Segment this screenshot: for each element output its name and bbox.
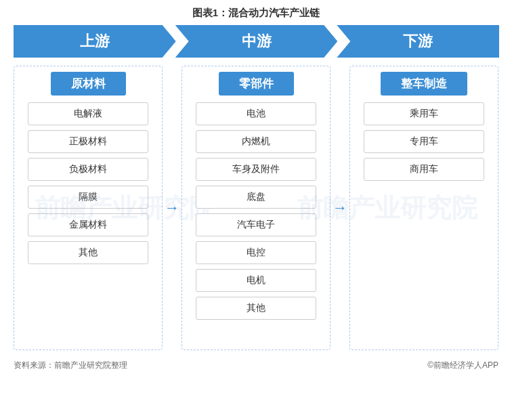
midstream-item-5: 电控 xyxy=(196,241,316,264)
banner-downstream: 下游 xyxy=(337,25,499,58)
upstream-item-0: 电解液 xyxy=(28,102,148,125)
upstream-item-1: 正极材料 xyxy=(28,130,148,153)
midstream-item-4: 汽车电子 xyxy=(196,213,316,236)
midstream-items: 电池 内燃机 车身及附件 底盘 汽车电子 电控 电机 其他 xyxy=(189,102,323,320)
midstream-item-3: 底盘 xyxy=(196,186,316,209)
upstream-item-2: 负极材料 xyxy=(28,158,148,181)
downstream-item-0: 乘用车 xyxy=(364,102,484,125)
footer-brand: ©前瞻经济学人APP xyxy=(427,360,498,371)
midstream-item-1: 内燃机 xyxy=(196,130,316,153)
content-wrapper: 前瞻产业研究院 原材料 电解液 正极材料 负极材料 隔膜 金属材料 其他 → 零… xyxy=(0,66,512,350)
footer-source: 资料来源：前瞻产业研究院整理 xyxy=(14,360,127,371)
midstream-item-2: 车身及附件 xyxy=(196,158,316,181)
downstream-column: 前瞻产业研究院 整车制造 乘用车 专用车 商用车 xyxy=(349,66,498,350)
midstream-column: 零部件 电池 内燃机 车身及附件 底盘 汽车电子 电控 电机 其他 xyxy=(182,66,330,350)
arrow-2: → xyxy=(330,199,349,217)
downstream-header: 整车制造 xyxy=(381,72,467,96)
midstream-header: 零部件 xyxy=(219,72,294,96)
banner-upstream: 上游 xyxy=(14,25,176,58)
banner: 上游 中游 下游 xyxy=(14,25,498,58)
page-container: 图表1：混合动力汽车产业链 上游 中游 下游 前瞻产业研究院 原材料 电解液 正… xyxy=(0,0,512,371)
upstream-item-3: 隔膜 xyxy=(28,186,148,209)
upstream-item-4: 金属材料 xyxy=(28,213,148,236)
midstream-item-6: 电机 xyxy=(196,269,316,292)
midstream-item-0: 电池 xyxy=(196,102,316,125)
downstream-items: 乘用车 专用车 商用车 xyxy=(357,102,491,181)
upstream-header: 原材料 xyxy=(51,72,126,96)
downstream-item-2: 商用车 xyxy=(364,158,484,181)
page-title: 图表1：混合动力汽车产业链 xyxy=(0,0,512,25)
midstream-item-7: 其他 xyxy=(196,297,316,320)
banner-midstream: 中游 xyxy=(175,25,338,58)
upstream-items: 电解液 正极材料 负极材料 隔膜 金属材料 其他 xyxy=(21,102,155,264)
arrow-1: → xyxy=(163,199,182,217)
upstream-column: 前瞻产业研究院 原材料 电解液 正极材料 负极材料 隔膜 金属材料 其他 xyxy=(14,66,163,350)
downstream-item-1: 专用车 xyxy=(364,130,484,153)
upstream-item-5: 其他 xyxy=(28,241,148,264)
footer: 资料来源：前瞻产业研究院整理 ©前瞻经济学人APP xyxy=(14,360,498,371)
main-content: 前瞻产业研究院 原材料 电解液 正极材料 负极材料 隔膜 金属材料 其他 → 零… xyxy=(14,66,498,350)
